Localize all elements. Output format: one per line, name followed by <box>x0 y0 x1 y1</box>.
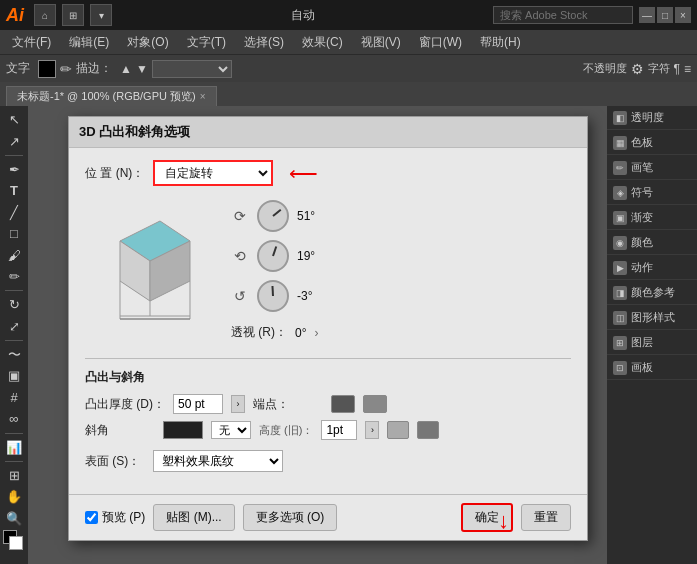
rotate-tool[interactable]: ↻ <box>3 295 25 314</box>
extrude-depth-label: 凸出厚度 (D)： <box>85 396 165 413</box>
rotation-y-icon: ⟲ <box>231 247 249 265</box>
surface-dropdown[interactable]: 塑料效果底纹 <box>153 450 283 472</box>
hand-tool[interactable]: ✋ <box>3 487 25 506</box>
panel-actions[interactable]: ▶ 动作 <box>607 256 697 280</box>
preview-checkbox[interactable] <box>85 511 98 524</box>
perspective-more-icon[interactable]: › <box>314 326 318 340</box>
search-input[interactable] <box>493 6 633 24</box>
end-cap-on-button[interactable] <box>331 395 355 413</box>
gradient-tool[interactable]: ▣ <box>3 366 25 385</box>
panel-transparency[interactable]: ◧ 透明度 <box>607 106 697 130</box>
tool-separator-3 <box>5 340 23 341</box>
line-tool[interactable]: ╱ <box>3 203 25 222</box>
menu-edit[interactable]: 编辑(E) <box>61 32 117 53</box>
artboard-tool[interactable]: ⊞ <box>3 466 25 485</box>
rotation-x-dial[interactable] <box>257 200 289 232</box>
paste-map-button[interactable]: 贴图 (M)... <box>153 504 234 531</box>
brushes-icon: ✏ <box>613 161 627 175</box>
panel-layers-label: 图层 <box>631 335 653 350</box>
panel-graphic-styles[interactable]: ◫ 图形样式 <box>607 306 697 330</box>
toolbar: 文字 ✏ 描边： ▲ ▼ 不透明度 ⚙ 字符 ¶ ≡ <box>0 54 697 82</box>
pen-tool[interactable]: ✒ <box>3 160 25 179</box>
rotation-z-dial[interactable] <box>257 280 289 312</box>
pencil-tool[interactable]: ✏ <box>3 267 25 286</box>
rotation-controls: ⟳ 51° ⟲ 19° <box>231 196 571 346</box>
pencil-icon[interactable]: ✏ <box>60 61 72 77</box>
grid-icon[interactable]: ⊞ <box>62 4 84 26</box>
3d-extrude-dialog: 3D 凸出和斜角选项 位 置 (N)： 自定旋转 ⟵ <box>68 116 588 541</box>
zoom-tool[interactable]: 🔍 <box>3 509 25 528</box>
color-guide-icon: ◨ <box>613 286 627 300</box>
stroke-label: 描边： <box>76 60 112 77</box>
transparency-icon: ◧ <box>613 111 627 125</box>
blend-tool[interactable]: ∞ <box>3 409 25 428</box>
dropdown-icon[interactable]: ▾ <box>90 4 112 26</box>
more-icon[interactable]: ≡ <box>684 62 691 76</box>
close-button[interactable]: × <box>675 7 691 23</box>
stroke-dropdown[interactable] <box>152 60 232 78</box>
menu-object[interactable]: 对象(O) <box>119 32 176 53</box>
stroke-down-icon[interactable]: ▼ <box>136 62 148 76</box>
minimize-button[interactable]: — <box>639 7 655 23</box>
more-options-button[interactable]: 更多选项 (O) <box>243 504 338 531</box>
stroke-up-icon[interactable]: ▲ <box>120 62 132 76</box>
perspective-label: 透视 (R)： <box>231 324 287 341</box>
column-graph-tool[interactable]: 📊 <box>3 437 25 456</box>
panel-gradient[interactable]: ▣ 渐变 <box>607 206 697 230</box>
rect-tool[interactable]: □ <box>3 224 25 243</box>
type-tool[interactable]: T <box>3 181 25 200</box>
menu-help[interactable]: 帮助(H) <box>472 32 529 53</box>
scale-tool[interactable]: ⤢ <box>3 317 25 336</box>
menu-text[interactable]: 文字(T) <box>179 32 234 53</box>
opacity-label: 不透明度 <box>583 61 627 76</box>
menu-window[interactable]: 窗口(W) <box>411 32 470 53</box>
bevel-in-button[interactable] <box>417 421 439 439</box>
rotation-y-dial[interactable] <box>257 240 289 272</box>
extrude-depth-up[interactable]: › <box>231 395 245 413</box>
panel-layers[interactable]: ⊞ 图层 <box>607 331 697 355</box>
surface-row: 表面 (S)： 塑料效果底纹 <box>85 450 571 472</box>
menu-view[interactable]: 视图(V) <box>353 32 409 53</box>
home-icon[interactable]: ⌂ <box>34 4 56 26</box>
panel-gradient-label: 渐变 <box>631 210 653 225</box>
ok-button[interactable]: 确定 <box>461 503 513 532</box>
bevel-dropdown[interactable]: 无 <box>211 421 251 439</box>
paragraph-icon[interactable]: ¶ <box>674 62 680 76</box>
panel-brushes[interactable]: ✏ 画笔 <box>607 156 697 180</box>
fill-swatch[interactable] <box>38 60 56 78</box>
extrude-depth-input[interactable] <box>173 394 223 414</box>
height-input[interactable] <box>321 420 357 440</box>
bevel-row: 斜角 无 高度 (旧)： › <box>85 420 571 440</box>
rotation-y-row: ⟲ 19° <box>231 240 571 272</box>
menu-file[interactable]: 文件(F) <box>4 32 59 53</box>
panel-symbols[interactable]: ◈ 符号 <box>607 181 697 205</box>
dialog-footer: 预览 (P) 贴图 (M)... 更多选项 (O) 确定 重置 <box>69 494 587 540</box>
symbols-icon: ◈ <box>613 186 627 200</box>
tab-title: 未标题-1* @ 100% (RGB/GPU 预览) <box>17 89 196 104</box>
maximize-button[interactable]: □ <box>657 7 673 23</box>
menu-effect[interactable]: 效果(C) <box>294 32 351 53</box>
mesh-tool[interactable]: # <box>3 388 25 407</box>
panel-color[interactable]: ◉ 颜色 <box>607 231 697 255</box>
panel-artboards[interactable]: ⊡ 画板 <box>607 356 697 380</box>
height-up[interactable]: › <box>365 421 379 439</box>
position-dropdown[interactable]: 自定旋转 <box>153 160 273 186</box>
panel-brushes-label: 画笔 <box>631 160 653 175</box>
bevel-out-button[interactable] <box>387 421 409 439</box>
panel-swatches[interactable]: ▦ 色板 <box>607 131 697 155</box>
warp-tool[interactable]: 〜 <box>3 345 25 364</box>
panel-color-guide[interactable]: ◨ 颜色参考 <box>607 281 697 305</box>
document-tab[interactable]: 未标题-1* @ 100% (RGB/GPU 预览) × <box>6 86 217 106</box>
direct-select-tool[interactable]: ↗ <box>3 131 25 150</box>
select-tool[interactable]: ↖ <box>3 110 25 129</box>
end-cap-label: 端点： <box>253 396 323 413</box>
settings-icon[interactable]: ⚙ <box>631 61 644 77</box>
paintbrush-tool[interactable]: 🖌 <box>3 245 25 264</box>
reset-button[interactable]: 重置 <box>521 504 571 531</box>
end-cap-off-button[interactable] <box>363 395 387 413</box>
tab-close-button[interactable]: × <box>200 91 206 102</box>
menu-select[interactable]: 选择(S) <box>236 32 292 53</box>
background-swatch[interactable] <box>9 536 23 550</box>
rotation-x-value: 51° <box>297 209 333 223</box>
preview-checkbox-label[interactable]: 预览 (P) <box>85 509 145 526</box>
